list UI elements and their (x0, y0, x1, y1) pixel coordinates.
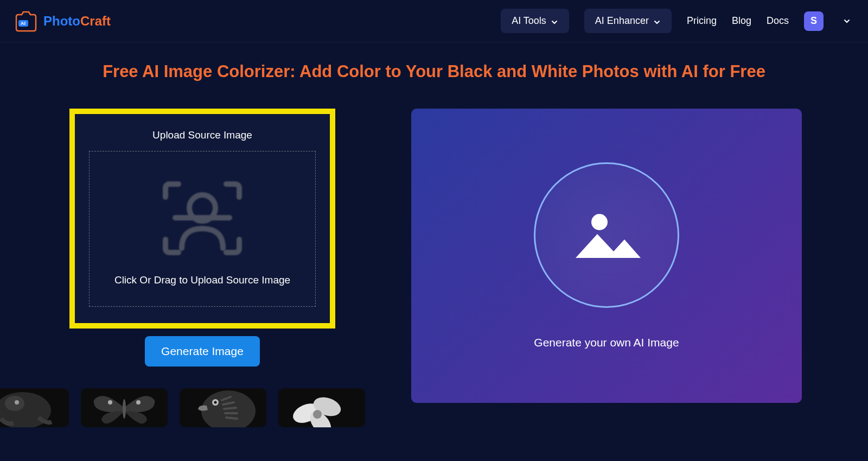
upload-box: Upload Source Image Click Or Drag to Upl… (69, 109, 335, 329)
svg-point-7 (15, 400, 19, 405)
svg-point-21 (591, 214, 608, 230)
svg-point-9 (108, 400, 112, 405)
logo-text: PhotoCraft (43, 14, 111, 29)
svg-point-6 (5, 396, 24, 411)
thumbnail-lizard[interactable] (0, 388, 69, 427)
scan-person-icon (159, 172, 246, 259)
nav-blog[interactable]: Blog (732, 15, 751, 27)
right-column: Generate your own AI Image (411, 109, 802, 427)
preview-panel: Generate your own AI Image (411, 109, 802, 403)
nav-ai-tools-label: AI Tools (512, 15, 546, 27)
main-content: Upload Source Image Click Or Drag to Upl… (0, 109, 868, 427)
sample-thumbnails (0, 388, 365, 427)
thumbnail-flower[interactable] (278, 388, 365, 427)
nav-ai-enhancer[interactable]: AI Enhancer (584, 9, 672, 33)
logo[interactable]: AI PhotoCraft (13, 10, 111, 32)
nav-pricing[interactable]: Pricing (687, 15, 717, 27)
camera-logo-icon: AI (13, 10, 39, 32)
avatar-menu-toggle[interactable] (839, 17, 855, 25)
preview-placeholder-circle (534, 162, 679, 308)
nav-docs[interactable]: Docs (767, 15, 789, 27)
left-column: Upload Source Image Click Or Drag to Upl… (69, 109, 335, 427)
thumbnail-eagle[interactable] (180, 388, 266, 427)
avatar[interactable]: S (804, 11, 824, 31)
upload-dropzone[interactable]: Click Or Drag to Upload Source Image (89, 151, 316, 307)
dropzone-text: Click Or Drag to Upload Source Image (114, 274, 290, 286)
chevron-down-icon (653, 17, 661, 25)
svg-point-11 (123, 399, 126, 419)
nav: AI Tools AI Enhancer Pricing Blog Docs S (501, 9, 855, 33)
svg-text:AI: AI (21, 21, 25, 26)
chevron-down-icon (843, 17, 851, 25)
nav-ai-enhancer-label: AI Enhancer (595, 15, 649, 27)
preview-caption: Generate your own AI Image (534, 336, 679, 349)
nav-ai-tools[interactable]: AI Tools (501, 9, 569, 33)
chevron-down-icon (551, 17, 558, 25)
header: AI PhotoCraft AI Tools AI Enhancer Prici… (0, 0, 868, 42)
svg-point-10 (136, 400, 141, 405)
upload-title: Upload Source Image (152, 129, 252, 141)
generate-button[interactable]: Generate Image (145, 336, 260, 367)
svg-point-20 (313, 410, 322, 419)
thumbnail-butterfly[interactable] (81, 388, 168, 427)
svg-point-15 (214, 401, 217, 404)
page-title: Free AI Image Colorizer: Add Color to Yo… (0, 62, 868, 81)
image-placeholder-icon (571, 208, 642, 262)
